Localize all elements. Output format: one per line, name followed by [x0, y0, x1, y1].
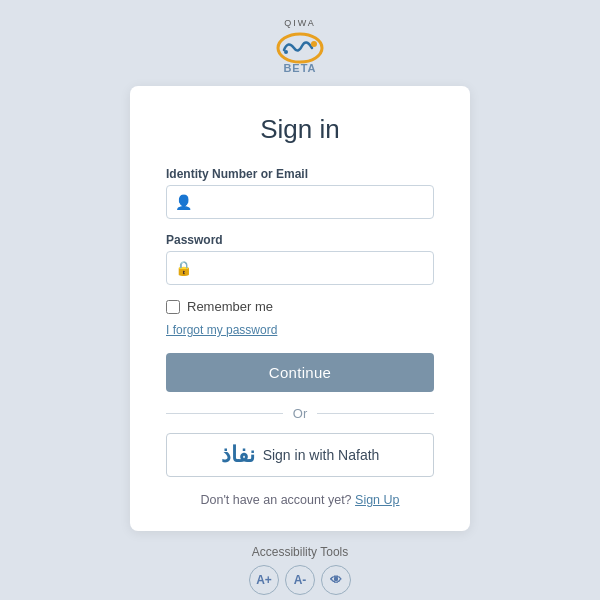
qiwa-label: QIWA [284, 18, 316, 28]
identity-input[interactable] [166, 185, 434, 219]
signup-row: Don't have an account yet? Sign Up [166, 493, 434, 507]
or-line-right [317, 413, 434, 414]
nafath-arabic-text: نفاذ [221, 442, 255, 468]
or-text: Or [293, 406, 307, 421]
nafath-label: Sign in with Nafath [263, 447, 380, 463]
or-line-left [166, 413, 283, 414]
accessibility-title: Accessibility Tools [252, 545, 348, 559]
svg-point-2 [284, 50, 288, 54]
eye-icon: 👁 [330, 573, 342, 587]
logo-area: QIWA BETA [270, 18, 330, 74]
decrease-font-button[interactable]: A- [285, 565, 315, 595]
accessibility-area: Accessibility Tools A+ A- 👁 🤟 Sign Langu… [201, 545, 399, 600]
accessibility-buttons: A+ A- 👁 [249, 565, 351, 595]
continue-button[interactable]: Continue [166, 353, 434, 392]
remember-checkbox[interactable] [166, 300, 180, 314]
person-icon: 👤 [175, 194, 192, 210]
signup-text: Don't have an account yet? [200, 493, 351, 507]
or-divider: Or [166, 406, 434, 421]
identity-field-wrapper: 👤 [166, 185, 434, 219]
signup-link[interactable]: Sign Up [355, 493, 399, 507]
sign-in-card: Sign in Identity Number or Email 👤 Passw… [130, 86, 470, 531]
identity-label: Identity Number or Email [166, 167, 434, 181]
password-field-wrapper: 🔒 [166, 251, 434, 285]
password-label: Password [166, 233, 434, 247]
remember-me-row: Remember me [166, 299, 434, 314]
nafath-button[interactable]: نفاذ Sign in with Nafath [166, 433, 434, 477]
remember-me-label[interactable]: Remember me [187, 299, 273, 314]
page-title: Sign in [166, 114, 434, 145]
logo-symbol [270, 30, 330, 66]
svg-point-1 [311, 41, 317, 47]
lock-icon: 🔒 [175, 260, 192, 276]
password-input[interactable] [166, 251, 434, 285]
eye-mode-button[interactable]: 👁 [321, 565, 351, 595]
forgot-password-link[interactable]: I forgot my password [166, 323, 277, 337]
increase-font-button[interactable]: A+ [249, 565, 279, 595]
